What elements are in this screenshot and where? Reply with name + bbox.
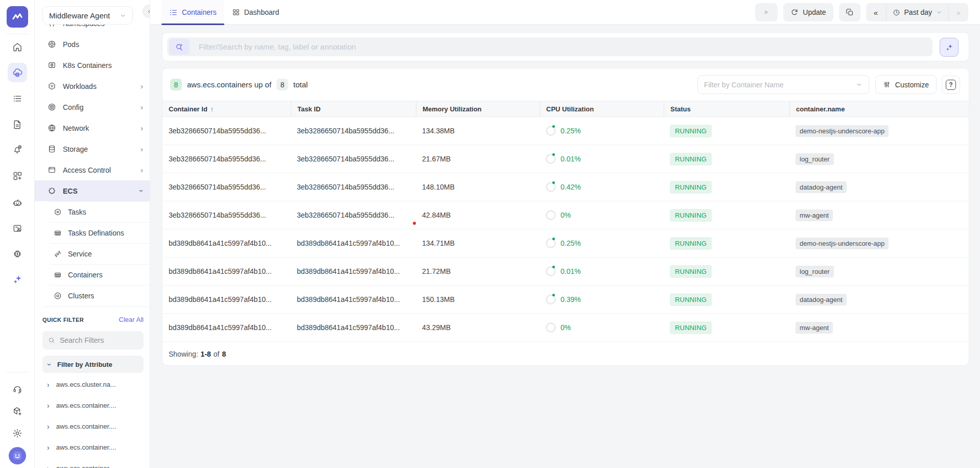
table-row[interactable]: bd389db8641a41c5997af4b10... bd389db8641… — [162, 229, 969, 258]
attribute-filter-item[interactable]: ›aws.ecs.container.... — [35, 416, 150, 437]
time-range-selector[interactable]: Past day — [886, 3, 948, 21]
filter-search-input[interactable] — [199, 42, 735, 51]
integrations-box-icon[interactable] — [8, 402, 27, 421]
container-name-filter-select[interactable]: Filter by Container Name — [697, 75, 869, 94]
search-filters-input[interactable] — [60, 336, 138, 344]
sidebar-item-pods[interactable]: Pods — [35, 34, 150, 55]
sidebar-item-label: Service — [68, 250, 92, 258]
container-id-cell[interactable]: 3eb3286650714ba5955dd36... — [162, 173, 291, 201]
dashboards-icon[interactable] — [8, 166, 27, 185]
sidebar-item-tasks[interactable]: Tasks — [35, 201, 150, 222]
ai-bot-icon[interactable] — [8, 193, 27, 213]
column-header-container-name[interactable]: container.name — [789, 101, 969, 116]
task-id-cell[interactable]: bd389db8641a41c5997af4b10... — [291, 258, 416, 285]
attribute-filter-item[interactable]: ›aws.ecs.cluster.na... — [35, 374, 150, 395]
container-id-cell[interactable]: 3eb3286650714ba5955dd36... — [162, 201, 291, 229]
table-row[interactable]: 3eb3286650714ba5955dd36... 3eb3286650714… — [162, 145, 969, 173]
container-name-filter-placeholder: Filter by Container Name — [704, 81, 784, 89]
column-header-memory[interactable]: Memory Utilization — [416, 101, 540, 116]
play-button[interactable] — [755, 3, 778, 21]
chevron-down-icon: › — [137, 190, 146, 192]
task-id-cell[interactable]: 3eb3286650714ba5955dd36... — [291, 145, 416, 173]
container-id-cell[interactable]: 3eb3286650714ba5955dd36... — [162, 145, 291, 173]
table-footer: Showing: 1-8 of 8 — [162, 342, 969, 366]
container-id-cell[interactable]: bd389db8641a41c5997af4b10... — [162, 314, 291, 341]
refresh-icon — [790, 8, 799, 16]
customize-button[interactable]: Customize — [875, 75, 937, 94]
column-header-cpu[interactable]: CPU Utilization — [540, 101, 664, 116]
column-header-container-id[interactable]: Container Id ↑ — [162, 101, 291, 116]
task-id-cell[interactable]: bd389db8641a41c5997af4b10... — [291, 229, 416, 257]
table-row[interactable]: bd389db8641a41c5997af4b10... bd389db8641… — [162, 286, 969, 314]
logs-icon[interactable] — [8, 89, 27, 108]
cpu-cell: 0.25% — [540, 229, 664, 257]
chevron-right-icon: › — [141, 124, 143, 132]
cpu-gauge — [546, 154, 556, 164]
container-name-cell: log_router — [789, 145, 969, 173]
synthetics-user-icon[interactable] — [8, 219, 27, 238]
user-avatar[interactable] — [8, 446, 27, 465]
ai-assist-sparkle-icon[interactable] — [8, 270, 27, 289]
sidebar-item-workloads[interactable]: Workloads › — [35, 76, 150, 97]
ai-sparkles-button[interactable] — [940, 38, 959, 57]
chevron-left-icon — [146, 8, 151, 15]
resources-chip-icon[interactable] — [8, 244, 27, 264]
help-button[interactable]: ? — [942, 76, 960, 94]
sidebar-item-ecs[interactable]: ECS › — [35, 180, 150, 201]
column-header-status[interactable]: Status — [664, 101, 789, 116]
filter-by-attribute-header[interactable]: › Filter by Attribute — [42, 356, 144, 373]
time-forward-button[interactable]: » — [948, 3, 968, 21]
reports-icon[interactable] — [8, 115, 27, 134]
sidebar-item-storage[interactable]: Storage › — [35, 138, 150, 159]
container-name-cell: demo-nestjs-underscore-app — [789, 117, 969, 145]
column-header-task-id[interactable]: Task ID — [291, 101, 416, 116]
sidebar-item-k8s-containers[interactable]: K8s Containers — [35, 55, 150, 76]
tab-containers[interactable]: Containers — [161, 0, 224, 25]
middleware-logo[interactable] — [7, 6, 28, 28]
side-navigation: Namespaces Pods K8s Containers Workloads… — [35, 0, 150, 468]
filter-search-box[interactable] — [42, 331, 144, 349]
sidebar-item-service[interactable]: Service — [35, 243, 150, 264]
sidebar-item-tasks-definations[interactable]: Tasks Definations — [35, 222, 150, 243]
question-mark-icon: ? — [946, 80, 956, 90]
time-back-button[interactable]: « — [866, 3, 886, 21]
table-row[interactable]: bd389db8641a41c5997af4b10... bd389db8641… — [162, 314, 969, 342]
clear-all-link[interactable]: Clear All — [119, 316, 144, 323]
container-id-cell[interactable]: bd389db8641a41c5997af4b10... — [162, 229, 291, 257]
attribute-filter-item[interactable]: ›aws.ecs.container.... — [35, 395, 150, 416]
table-row[interactable]: 3eb3286650714ba5955dd36... 3eb3286650714… — [162, 201, 969, 229]
infrastructure-icon[interactable] — [8, 63, 27, 82]
workspace-selector[interactable]: Middleware Agent — [42, 6, 133, 25]
topbar-controls: Update « Past day » — [755, 3, 968, 21]
total-label: total — [293, 80, 308, 89]
sidebar-item-access-control[interactable]: Access Control › — [35, 159, 150, 180]
global-filter-bar[interactable] — [167, 37, 932, 56]
container-id-cell[interactable]: bd389db8641a41c5997af4b10... — [162, 286, 291, 313]
table-row[interactable]: bd389db8641a41c5997af4b10... bd389db8641… — [162, 258, 969, 286]
attribute-filter-item[interactable]: ›aws.ecs.container.... — [35, 437, 150, 458]
sidebar-item-network[interactable]: Network › — [35, 118, 150, 138]
sidebar-item-containers[interactable]: Containers — [35, 264, 150, 285]
container-id-cell[interactable]: 3eb3286650714ba5955dd36... — [162, 117, 291, 145]
settings-gear-icon[interactable] — [8, 424, 27, 443]
sidebar-item-config[interactable]: Config › — [35, 97, 150, 118]
tab-dashboard[interactable]: Dashboard — [224, 0, 287, 25]
support-headset-icon[interactable] — [8, 380, 27, 399]
clusters-icon — [54, 292, 62, 300]
table-row[interactable]: 3eb3286650714ba5955dd36... 3eb3286650714… — [162, 173, 969, 201]
update-button[interactable]: Update — [783, 3, 833, 21]
home-icon[interactable] — [8, 37, 27, 57]
sidebar-item-clusters[interactable]: Clusters — [35, 285, 150, 306]
alerts-bell-icon[interactable] — [8, 139, 27, 159]
attribute-filter-item[interactable]: ›aws.ecs.container... — [35, 458, 150, 468]
task-id-cell[interactable]: 3eb3286650714ba5955dd36... — [291, 201, 416, 229]
task-id-cell[interactable]: 3eb3286650714ba5955dd36... — [291, 117, 416, 145]
copy-button[interactable] — [839, 3, 860, 21]
task-id-cell[interactable]: bd389db8641a41c5997af4b10... — [291, 314, 416, 341]
table-row[interactable]: 3eb3286650714ba5955dd36... 3eb3286650714… — [162, 117, 969, 145]
task-id-cell[interactable]: bd389db8641a41c5997af4b10... — [291, 286, 416, 313]
task-id-cell[interactable]: 3eb3286650714ba5955dd36... — [291, 173, 416, 201]
time-range-label: Past day — [904, 8, 932, 16]
showing-of: of — [214, 350, 220, 358]
container-id-cell[interactable]: bd389db8641a41c5997af4b10... — [162, 258, 291, 285]
